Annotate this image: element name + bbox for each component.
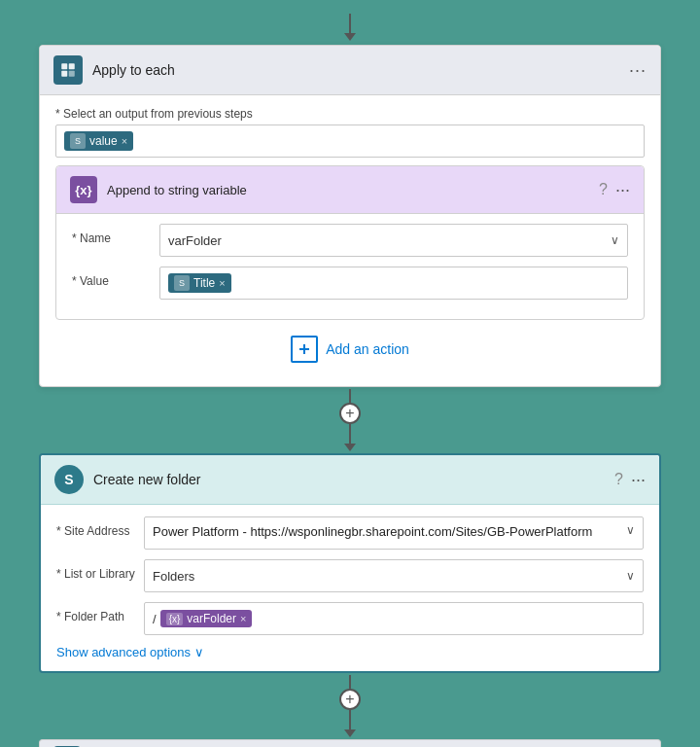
create-folder-help[interactable]: ? bbox=[614, 471, 623, 488]
add-action-button[interactable]: Add an action bbox=[55, 328, 645, 371]
svg-rect-1 bbox=[69, 63, 75, 69]
loop-icon bbox=[59, 61, 77, 79]
select-output-input[interactable]: S value × bbox=[55, 124, 645, 158]
append-string-card: {x} Append to string variable ? ··· * Na… bbox=[55, 165, 645, 320]
value-label: * Value bbox=[72, 267, 159, 288]
plus-line-top-1 bbox=[349, 389, 351, 403]
name-select[interactable]: varFolder ∨ bbox=[159, 224, 628, 257]
svg-rect-0 bbox=[61, 63, 67, 69]
add-action-icon bbox=[291, 336, 318, 363]
value-input-wrapper: S Title × bbox=[159, 267, 628, 300]
plus-line-bottom-1 bbox=[349, 424, 351, 438]
list-library-label: * List or Library bbox=[56, 559, 144, 581]
folder-path-row: * Folder Path / {x} varFolder × bbox=[56, 602, 644, 635]
value-token[interactable]: S value × bbox=[64, 131, 133, 151]
connector-arrow-1 bbox=[344, 444, 356, 451]
name-row: * Name varFolder ∨ bbox=[72, 224, 628, 257]
create-folder-icon: S bbox=[54, 465, 84, 494]
show-advanced-label: Show advanced options bbox=[56, 645, 191, 659]
top-arrow-connector bbox=[344, 14, 356, 41]
list-library-select[interactable]: Folders ∨ bbox=[144, 559, 644, 592]
show-advanced-chevron: ∨ bbox=[194, 645, 204, 659]
plus-line-bottom-2 bbox=[349, 710, 351, 724]
apply-each-header: Apply to each ··· bbox=[40, 46, 660, 95]
plus-circle-1[interactable]: + bbox=[339, 403, 361, 424]
append-string-help[interactable]: ? bbox=[599, 181, 608, 198]
folder-path-input[interactable]: / {x} varFolder × bbox=[144, 602, 644, 635]
create-folder-card: S Create new folder ? ··· * Site Address… bbox=[39, 453, 661, 673]
name-input-wrapper: varFolder ∨ bbox=[159, 224, 628, 257]
value-row: * Value S Title × bbox=[72, 267, 628, 300]
folder-path-slash: / bbox=[153, 612, 157, 626]
append-string-menu[interactable]: ··· bbox=[615, 180, 630, 200]
list-library-row: * List or Library Folders ∨ bbox=[56, 559, 644, 592]
append-string-body: * Name varFolder ∨ * Value bbox=[56, 214, 644, 319]
svg-rect-3 bbox=[69, 71, 75, 77]
create-folder-header: S Create new folder ? ··· bbox=[41, 455, 659, 505]
plus-symbol-1: + bbox=[345, 405, 354, 422]
name-chevron-icon: ∨ bbox=[611, 233, 619, 247]
varfolder-token-icon: {x} bbox=[166, 613, 184, 625]
select-output-label: * Select an output from previous steps bbox=[55, 107, 645, 121]
plus-circle-2[interactable]: + bbox=[339, 689, 361, 710]
name-select-value: varFolder bbox=[168, 233, 222, 248]
show-advanced-button[interactable]: Show advanced options ∨ bbox=[56, 645, 644, 659]
svg-rect-2 bbox=[61, 71, 67, 77]
apply-each-menu[interactable]: ··· bbox=[629, 60, 647, 81]
apply-each-card: Apply to each ··· * Select an output fro… bbox=[39, 45, 661, 387]
plus-connector-1[interactable]: + bbox=[339, 389, 361, 451]
connector-arrow-2 bbox=[344, 729, 356, 737]
title-token[interactable]: S Title × bbox=[168, 273, 231, 293]
site-address-row: * Site Address Power Platform - https://… bbox=[56, 516, 644, 550]
create-folder-menu[interactable]: ··· bbox=[631, 470, 646, 490]
title-token-text: Title bbox=[193, 276, 215, 290]
append-string-header: {x} Append to string variable ? ··· bbox=[56, 166, 644, 214]
site-address-value: Power Platform - https://wsponlinegbr.sh… bbox=[153, 523, 626, 541]
create-folder-body: * Site Address Power Platform - https://… bbox=[41, 505, 659, 671]
bottom-stub-card bbox=[39, 739, 661, 747]
append-string-title: Append to string variable bbox=[107, 183, 599, 197]
value-token-input[interactable]: S Title × bbox=[159, 267, 628, 300]
plus-line-top-2 bbox=[349, 675, 351, 689]
add-action-label: Add an action bbox=[326, 341, 409, 357]
plus-symbol-2: + bbox=[345, 691, 354, 708]
folder-path-label: * Folder Path bbox=[56, 602, 144, 623]
apply-each-body: * Select an output from previous steps S… bbox=[40, 95, 660, 386]
site-address-select[interactable]: Power Platform - https://wsponlinegbr.sh… bbox=[144, 516, 644, 550]
value-token-icon: S bbox=[70, 133, 86, 149]
value-token-remove[interactable]: × bbox=[122, 135, 127, 147]
site-address-chevron: ∨ bbox=[626, 523, 635, 537]
plus-connector-2[interactable]: + bbox=[339, 675, 361, 737]
varfolder-token[interactable]: {x} varFolder × bbox=[160, 610, 253, 627]
apply-each-title: Apply to each bbox=[92, 62, 629, 78]
varfolder-token-remove[interactable]: × bbox=[240, 613, 246, 624]
site-address-label: * Site Address bbox=[56, 516, 144, 538]
name-label: * Name bbox=[72, 224, 159, 245]
title-token-remove[interactable]: × bbox=[219, 277, 225, 289]
varfolder-token-text: varFolder bbox=[187, 612, 236, 625]
add-icon-svg bbox=[298, 342, 311, 356]
folder-path-input-wrapper: / {x} varFolder × bbox=[144, 602, 644, 635]
value-token-text: value bbox=[89, 134, 118, 148]
append-string-icon: {x} bbox=[70, 176, 97, 203]
apply-each-icon bbox=[53, 55, 83, 85]
list-library-value: Folders bbox=[153, 569, 194, 584]
list-library-input-wrapper: Folders ∨ bbox=[144, 559, 644, 592]
list-library-chevron: ∨ bbox=[626, 569, 635, 583]
create-folder-title: Create new folder bbox=[93, 472, 614, 487]
title-token-icon: S bbox=[174, 275, 190, 291]
site-address-input-wrapper: Power Platform - https://wsponlinegbr.sh… bbox=[144, 516, 644, 550]
